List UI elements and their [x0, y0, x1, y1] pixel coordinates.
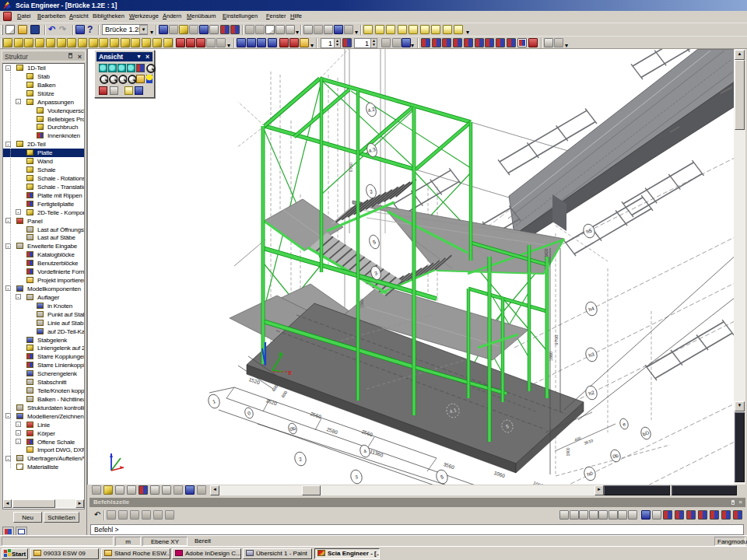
svg-text:1060: 1060 — [493, 470, 506, 478]
svg-text:11360: 11360 — [369, 448, 384, 457]
svg-text:1660: 1660 — [549, 352, 553, 361]
svg-text:1620: 1620 — [544, 248, 549, 257]
svg-text:3560: 3560 — [443, 461, 455, 470]
svg-text:x: x — [288, 369, 292, 376]
svg-text:9760: 9760 — [349, 163, 353, 172]
svg-text:3610: 3610 — [584, 438, 594, 446]
svg-text:9760: 9760 — [554, 334, 559, 345]
svg-text:2560: 2560 — [310, 411, 322, 419]
svg-text:600: 600 — [280, 390, 288, 398]
svg-text:1620: 1620 — [265, 397, 278, 406]
svg-text:2560: 2560 — [361, 429, 374, 437]
svg-text:1900: 1900 — [566, 447, 570, 456]
svg-text:400: 400 — [573, 436, 581, 443]
svg-text:1560: 1560 — [359, 299, 364, 308]
